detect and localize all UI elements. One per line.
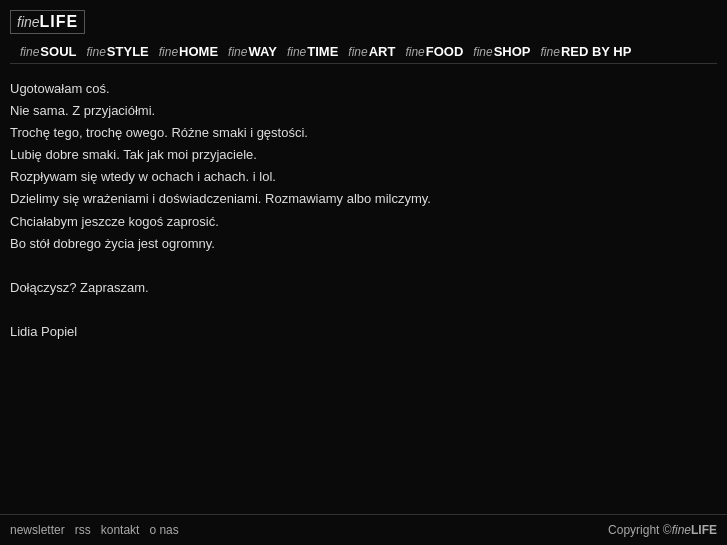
content-line: Bo stół dobrego życia jest ogromny. <box>10 233 590 255</box>
copyright-text: Copyright © <box>608 523 672 537</box>
logo-life: LIFE <box>40 13 79 30</box>
footer-links: newsletterrsskontakto nas <box>10 523 179 537</box>
nav-item-soul[interactable]: fineSOUL <box>20 44 76 59</box>
footer: newsletterrsskontakto nas Copyright © fi… <box>0 514 727 545</box>
nav-fine-label: fine <box>86 45 105 59</box>
footer-copyright: Copyright © fineLIFE <box>608 523 717 537</box>
nav-item-food[interactable]: fineFOOD <box>405 44 463 59</box>
content-line: Dzielimy się wrażeniami i doświadczeniam… <box>10 188 590 210</box>
nav-item-way[interactable]: fineWAY <box>228 44 277 59</box>
nav-label: WAY <box>248 44 276 59</box>
nav-label: SOUL <box>40 44 76 59</box>
nav-label: ART <box>369 44 396 59</box>
nav-label: TIME <box>307 44 338 59</box>
nav-item-shop[interactable]: fineSHOP <box>473 44 530 59</box>
content-line: Trochę tego, trochę owego. Różne smaki i… <box>10 122 590 144</box>
nav-item-time[interactable]: fineTIME <box>287 44 338 59</box>
content-line: Rozpływam się wtedy w ochach i achach. i… <box>10 166 590 188</box>
nav-fine-label: fine <box>348 45 367 59</box>
nav-item-art[interactable]: fineART <box>348 44 395 59</box>
content-line: Ugotowałam coś. <box>10 78 590 100</box>
nav-label: HOME <box>179 44 218 59</box>
main-content: Ugotowałam coś.Nie sama. Z przyjaciółmi.… <box>0 64 600 357</box>
content-line: Chciałabym jeszcze kogoś zaprosić. <box>10 211 590 233</box>
nav-fine-label: fine <box>287 45 306 59</box>
nav-label: SHOP <box>494 44 531 59</box>
copyright-fine: fine <box>672 523 691 537</box>
content-line: Lubię dobre smaki. Tak jak moi przyjacie… <box>10 144 590 166</box>
nav-item-home[interactable]: fineHOME <box>159 44 218 59</box>
nav-label: RED BY HP <box>561 44 632 59</box>
nav-fine-label: fine <box>159 45 178 59</box>
nav-fine-label: fine <box>228 45 247 59</box>
nav-fine-label: fine <box>541 45 560 59</box>
footer-link-o-nas[interactable]: o nas <box>149 523 178 537</box>
content-line: Nie sama. Z przyjaciółmi. <box>10 100 590 122</box>
nav-fine-label: fine <box>473 45 492 59</box>
site-logo[interactable]: fineLIFE <box>10 10 85 34</box>
logo-fine: fine <box>17 14 40 30</box>
footer-link-kontakt[interactable]: kontakt <box>101 523 140 537</box>
author-name: Lidia Popiel <box>10 321 590 343</box>
footer-link-rss[interactable]: rss <box>75 523 91 537</box>
copyright-life: LIFE <box>691 523 717 537</box>
call-to-action: Dołączysz? Zapraszam. <box>10 277 590 299</box>
footer-link-newsletter[interactable]: newsletter <box>10 523 65 537</box>
nav-label: FOOD <box>426 44 464 59</box>
nav-item-red-by-hp[interactable]: fineRED BY HP <box>541 44 632 59</box>
nav-fine-label: fine <box>405 45 424 59</box>
nav-fine-label: fine <box>20 45 39 59</box>
nav-item-style[interactable]: fineSTYLE <box>86 44 148 59</box>
main-nav: fineSOULfineSTYLEfineHOMEfineWAYfineTIME… <box>10 40 717 64</box>
nav-label: STYLE <box>107 44 149 59</box>
